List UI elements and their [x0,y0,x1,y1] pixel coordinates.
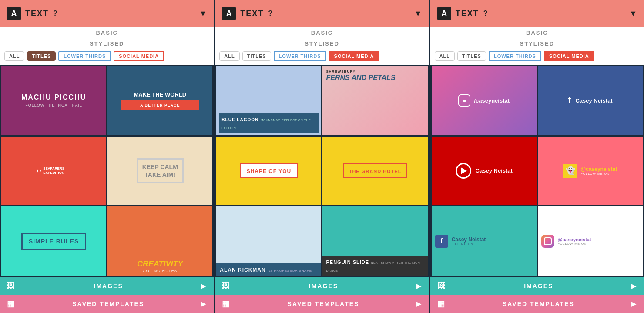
dropdown-icon-3[interactable]: ▼ [629,9,637,18]
seafarers-hex: SEAFARERSEXPEDITION [37,153,71,188]
instagram-handle: /caseyneistat [474,97,510,104]
card-grandhotel[interactable]: THE GRAND HOTEL [322,137,427,206]
card-penguin[interactable]: PENGUIN SLIDE NEXT SHOW AFTER THE LION D… [322,206,427,276]
saved-label-3: SAVED TEMPLATES [503,300,574,307]
saved-icon-2: ▦ [222,299,230,309]
header-text-2: TEXT [240,9,264,18]
basic-label-3: BASIC [430,27,644,38]
ig-icon-inner [544,237,552,245]
card-creativity[interactable]: CREATIVITY GOT NO RULES [107,206,212,276]
saved-bar-1[interactable]: ▦ SAVED TEMPLATES ▶ [0,295,214,313]
card-simplerules[interactable]: SIMPLE RULES [1,206,106,276]
help-icon-1[interactable]: ? [53,10,57,17]
filter-lowerthirds-3[interactable]: LOWER THIRDS [489,51,541,61]
images-arrow-1: ▶ [201,283,207,290]
filter-socialmedia-2[interactable]: SOCIAL MEDIA [329,51,379,61]
bluelagoon-title: BLUE LAGOON [221,117,258,122]
filter-all-3[interactable]: ALL [435,51,455,61]
fb-blue-name: Casey Neistat [452,236,486,243]
images-bar-3[interactable]: 🖼 IMAGES ▶ [430,277,644,295]
facebook-icon: f [568,95,571,106]
filter-all-2[interactable]: ALL [219,51,239,61]
card-shapeofyou[interactable]: SHAPE OF YOU [216,137,321,206]
images-arrow-3: ▶ [631,283,637,290]
card-ig-white[interactable]: @caseyneistat FOLLOW ME ON [538,206,643,276]
text-icon-2: A [222,7,236,20]
fb-blue-info: Casey Neistat LIKE ME ON [452,236,486,246]
stylised-label-2: STYLISED [215,38,429,48]
card-fb-blue[interactable]: f Casey Neistat LIKE ME ON [432,206,537,276]
stylised-label-3: STYLISED [430,38,644,48]
shapeofyou-inner: SHAPE OF YOU [240,163,298,178]
filter-titles-2[interactable]: TITLES [242,51,271,61]
images-label-2: IMAGES [309,283,338,290]
ig-white-sub: FOLLOW ME ON [558,242,591,245]
panel-1: A TEXT ? ▼ BASIC STYLISED ALL TITLES LOW… [0,0,215,313]
images-icon-2: 🖼 [222,281,231,290]
card-machu-sub: FOLLOW THE INCA TRAIL [25,103,82,107]
grandhotel-text: THE GRAND HOTEL [349,169,402,174]
card-facebook[interactable]: f Casey Neistat [538,66,643,135]
keepcalm-inner: KEEP CALMTAKE AIM! [137,158,184,183]
saved-label-2: SAVED TEMPLATES [288,300,359,307]
panels-container: A TEXT ? ▼ BASIC STYLISED ALL TITLES LOW… [0,0,644,313]
images-bar-2[interactable]: 🖼 IMAGES ▶ [215,277,429,295]
card-makeworld[interactable]: MAKE THE WORLD A BETTER PLACE [107,66,212,135]
filter-lowerthirds-2[interactable]: LOWER THIRDS [274,51,326,61]
dropdown-icon-1[interactable]: ▼ [199,9,207,18]
filter-lowerthirds-1[interactable]: LOWER THIRDS [58,51,111,61]
card-alanrickman[interactable]: ALAN RICKMAN AS PROFESSOR SNAPE [216,206,321,276]
youtube-name: Casey Neistat [476,167,513,174]
filter-titles-3[interactable]: TITLES [457,51,486,61]
basic-label-1: BASIC [0,27,214,38]
snapchat-sub: FOLLOW ME ON [581,172,617,175]
ig-white-handle: @caseyneistat [558,237,591,242]
filter-socialmedia-1[interactable]: SOCIAL MEDIA [114,51,164,61]
images-icon-3: 🖼 [437,281,446,290]
simplerules-text: SIMPLE RULES [29,238,79,245]
images-arrow-2: ▶ [416,283,422,290]
ig-white-icon [541,235,554,248]
card-makeworld-title: MAKE THE WORLD [134,91,186,98]
alanrickman-name: ALAN RICKMAN [220,267,265,273]
creativity-title: CREATIVITY [137,260,183,269]
dropdown-icon-2[interactable]: ▼ [414,9,422,18]
card-seafarers[interactable]: SEAFARERSEXPEDITION [1,137,106,206]
instagram-icon: ● [458,94,470,107]
panel-3: A TEXT ? ▼ BASIC STYLISED ALL TITLES LOW… [430,0,644,313]
card-snapchat[interactable]: 👻 @caseyneistat FOLLOW ME ON [538,137,643,206]
header-text-1: TEXT [25,9,49,18]
card-shrewsbury[interactable]: SHREWSBURY FERNS AND PETALS [322,66,427,135]
basic-label-2: BASIC [215,27,429,38]
card-youtube[interactable]: Casey Neistat [432,137,537,206]
youtube-play-icon [456,163,471,179]
alanrickman-role: AS PROFESSOR SNAPE [268,269,312,273]
filter-socialmedia-3[interactable]: SOCIAL MEDIA [544,51,594,61]
fb-blue-icon: f [435,235,448,248]
keepcalm-text: KEEP CALMTAKE AIM! [142,163,178,178]
shapeofyou-text: SHAPE OF YOU [247,168,291,174]
card-machu[interactable]: MACHU PICCHU FOLLOW THE INCA TRAIL [1,66,106,135]
stylised-label-1: STYLISED [0,38,214,48]
facebook-name: Casey Neistat [575,97,612,104]
images-bar-1[interactable]: 🖼 IMAGES ▶ [0,277,214,295]
text-icon-3: A [437,7,451,20]
saved-bar-2[interactable]: ▦ SAVED TEMPLATES ▶ [215,295,429,313]
card-instagram[interactable]: ● /caseyneistat [432,66,537,135]
saved-bar-3[interactable]: ▦ SAVED TEMPLATES ▶ [430,295,644,313]
saved-icon-1: ▦ [7,299,15,309]
panel-2: A TEXT ? ▼ BASIC STYLISED ALL TITLES LOW… [215,0,430,313]
saved-icon-3: ▦ [437,299,446,309]
panel-2-header: A TEXT ? ▼ [215,0,429,27]
saved-arrow-1: ▶ [201,300,207,307]
fb-blue-sub: LIKE ME ON [452,243,486,246]
help-icon-3[interactable]: ? [483,10,488,17]
card-machu-title: MACHU PICCHU [21,93,86,101]
filter-titles-1[interactable]: TITLES [27,51,56,61]
card-bluelagoon[interactable]: BLUE LAGOON MOUNTAINS REFLECT ON THE LAG… [216,66,321,135]
snapchat-info: @caseyneistat FOLLOW ME ON [581,166,617,175]
shrewsbury-title: FERNS AND PETALS [326,73,395,82]
help-icon-2[interactable]: ? [268,10,272,17]
filter-all-1[interactable]: ALL [4,51,24,61]
card-keepcalm[interactable]: KEEP CALMTAKE AIM! [107,137,212,206]
